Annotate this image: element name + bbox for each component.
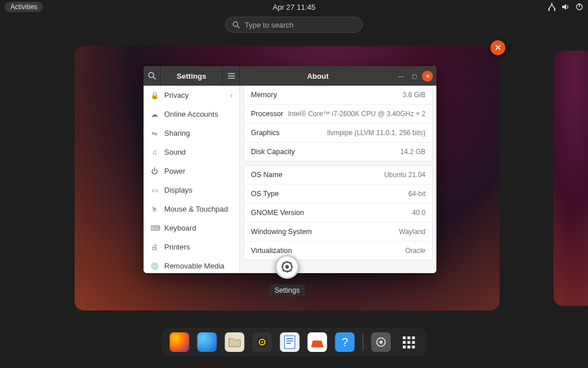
row-key: OS Name: [251, 171, 283, 179]
dock-help-icon[interactable]: ?: [335, 332, 355, 352]
about-row-virtualization[interactable]: Virtualization Oracle: [244, 241, 432, 260]
sidebar-item-power[interactable]: ⏻ Power: [144, 162, 239, 181]
row-value: Oracle: [405, 247, 425, 255]
svg-point-7: [149, 72, 154, 78]
svg-rect-25: [285, 336, 295, 348]
system-status-area[interactable]: [548, 3, 583, 11]
svg-line-8: [153, 77, 155, 79]
row-key: OS Type: [251, 190, 278, 198]
search-bar[interactable]: Type to search: [225, 17, 363, 33]
maximize-button[interactable]: ▢: [409, 71, 420, 82]
displays-icon: ▭: [150, 186, 158, 194]
search-button[interactable]: [144, 66, 161, 86]
sidebar-item-label: Sharing: [164, 129, 190, 137]
sidebar-item-label: Sound: [164, 148, 186, 156]
row-value: 14.2 GB: [400, 148, 425, 156]
row-value: Wayland: [399, 228, 425, 236]
panel-title: About: [240, 72, 396, 80]
row-value: 40.0: [412, 209, 425, 217]
about-row-gnome[interactable]: GNOME Version 40.0: [244, 204, 432, 223]
svg-line-6: [237, 26, 239, 28]
keyboard-icon: ⌨: [150, 224, 158, 232]
running-app-label: Settings: [269, 285, 305, 296]
sidebar-item-sound[interactable]: ♫ Sound: [144, 143, 239, 162]
row-key: Disk Capacity: [251, 148, 295, 156]
about-row-disk[interactable]: Disk Capacity 14.2 GB: [244, 143, 432, 161]
search-icon: [233, 21, 240, 29]
sidebar-item-privacy[interactable]: 🔒 Privacy ›: [144, 86, 239, 105]
sidebar-item-displays[interactable]: ▭ Displays: [144, 181, 239, 200]
share-icon: ⇋: [150, 129, 158, 137]
window-titlebar[interactable]: Settings About — ▢ ✕: [144, 66, 436, 86]
mouse-icon: 🖱: [150, 205, 158, 213]
sidebar-item-removable-media[interactable]: 💿 Removable Media: [144, 256, 239, 273]
row-value: 3.6 GiB: [403, 91, 425, 99]
sidebar-item-label: Keyboard: [164, 224, 196, 232]
svg-line-21: [283, 270, 284, 271]
sidebar-item-keyboard[interactable]: ⌨ Keyboard: [144, 218, 239, 237]
about-row-graphics[interactable]: Graphics llvmpipe (LLVM 11.0.1, 256 bits…: [244, 124, 432, 143]
volume-icon: [562, 3, 570, 11]
clock[interactable]: Apr 27 11:45: [273, 3, 315, 12]
row-value: 64-bit: [408, 190, 425, 198]
sidebar-item-label: Power: [164, 167, 185, 175]
row-key: Windowing System: [251, 228, 312, 236]
dock-firefox-icon[interactable]: [170, 332, 189, 352]
sidebar-item-label: Displays: [164, 186, 192, 194]
sidebar-item-online-accounts[interactable]: ☁ Online Accounts: [144, 105, 239, 124]
svg-line-20: [291, 263, 292, 264]
row-key: Processor: [251, 110, 283, 118]
sidebar-item-label: Printers: [164, 243, 190, 251]
workspace-preview-2[interactable]: [554, 51, 588, 306]
sidebar-item-label: Online Accounts: [164, 110, 218, 118]
sidebar-item-sharing[interactable]: ⇋ Sharing: [144, 124, 239, 143]
power-icon: [575, 3, 583, 11]
about-row-windowing[interactable]: Windowing System Wayland: [244, 223, 432, 241]
dock-show-apps-icon[interactable]: [399, 332, 419, 352]
svg-point-24: [261, 342, 263, 343]
dock-rhythmbox-icon[interactable]: [253, 332, 272, 352]
dock-settings-icon[interactable]: [372, 332, 391, 352]
workspace-preview-1[interactable]: ✕ Settings About — ▢ ✕: [75, 46, 500, 310]
row-key: GNOME Version: [251, 209, 304, 217]
running-app-settings-icon[interactable]: [275, 255, 299, 279]
cloud-icon: ☁: [150, 110, 158, 118]
hamburger-menu-button[interactable]: [222, 66, 239, 86]
svg-point-30: [380, 340, 383, 344]
os-group: OS Name Ubuntu 21.04 OS Type 64-bit GNOM…: [243, 165, 433, 260]
about-row-memory[interactable]: Memory 3.6 GiB: [244, 86, 432, 105]
sound-icon: ♫: [150, 148, 158, 156]
sidebar-item-label: Mouse & Touchpad: [164, 205, 228, 213]
settings-sidebar: 🔒 Privacy › ☁ Online Accounts ⇋ Sharing …: [144, 86, 240, 273]
about-row-osname[interactable]: OS Name Ubuntu 21.04: [244, 166, 432, 185]
row-key: Virtualization: [251, 247, 292, 255]
settings-window: Settings About — ▢ ✕ 🔒 Privacy ›: [144, 66, 436, 273]
svg-point-5: [233, 22, 238, 26]
dock-thunderbird-icon[interactable]: [198, 332, 217, 352]
svg-line-18: [283, 263, 284, 264]
close-window-button[interactable]: ✕: [490, 40, 505, 55]
network-icon: [548, 3, 556, 11]
row-value: Ubuntu 21.04: [384, 171, 425, 179]
printers-icon: 🖨: [150, 243, 158, 251]
sidebar-item-mouse-touchpad[interactable]: 🖱 Mouse & Touchpad: [144, 200, 239, 218]
media-icon: 💿: [150, 262, 158, 270]
close-button[interactable]: ✕: [422, 71, 433, 82]
power-icon: ⏻: [150, 167, 158, 175]
sidebar-item-label: Removable Media: [164, 262, 225, 270]
about-row-processor[interactable]: Processor Intel® Core™ i7-2600K CPU @ 3.…: [244, 105, 432, 124]
dock-libreoffice-writer-icon[interactable]: [280, 332, 300, 352]
svg-point-13: [285, 265, 289, 269]
lock-icon: 🔒: [150, 91, 158, 99]
row-key: Memory: [251, 91, 277, 99]
dock-software-icon[interactable]: [308, 332, 327, 352]
sidebar-item-label: Privacy: [164, 91, 189, 99]
activities-button[interactable]: Activities: [5, 2, 43, 12]
top-bar: Activities Apr 27 11:45: [0, 0, 588, 14]
minimize-button[interactable]: —: [396, 71, 407, 82]
row-value: llvmpipe (LLVM 11.0.1, 256 bits): [327, 129, 425, 137]
dock-files-icon[interactable]: [225, 332, 245, 352]
about-row-ostype[interactable]: OS Type 64-bit: [244, 185, 432, 204]
sidebar-item-printers[interactable]: 🖨 Printers: [144, 237, 239, 256]
about-panel: Memory 3.6 GiB Processor Intel® Core™ i7…: [240, 86, 436, 273]
